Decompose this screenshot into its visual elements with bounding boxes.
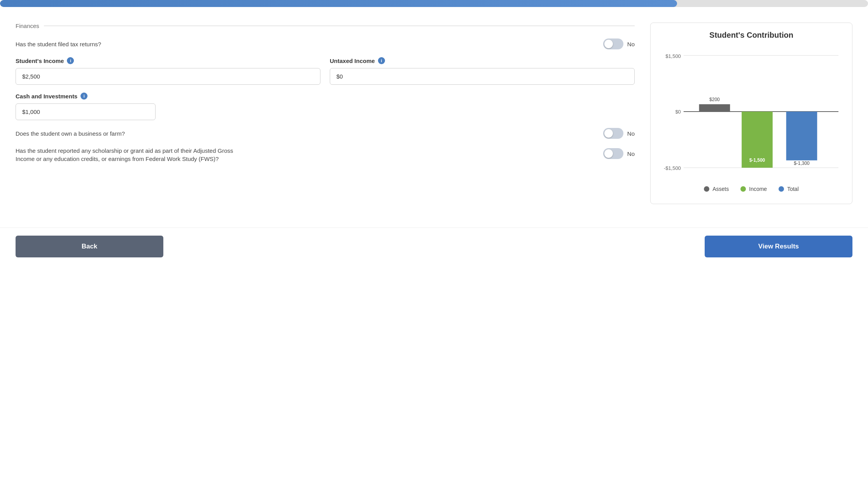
right-panel: Student's Contribution $1,500 $0 -$1,500 (650, 23, 852, 204)
section-title: Finances (16, 23, 39, 29)
legend-income-label: Income (749, 186, 767, 192)
chart-svg: $1,500 $0 -$1,500 $200 $ (662, 47, 840, 180)
svg-text:$0: $0 (675, 109, 681, 115)
students-income-label: Student's Income i (16, 57, 320, 64)
tax-returns-toggle-group: No (603, 38, 635, 49)
svg-text:$-1,300: $-1,300 (794, 161, 810, 166)
legend-assets-label: Assets (712, 186, 729, 192)
back-button[interactable]: Back (16, 236, 163, 257)
tax-returns-toggle-label: No (627, 41, 635, 47)
untaxed-income-label: Untaxed Income i (330, 57, 635, 64)
students-income-group: Student's Income i (16, 57, 320, 85)
tax-returns-toggle-knob (604, 40, 613, 48)
business-farm-toggle-knob (604, 129, 613, 138)
left-panel: Finances Has the student filed tax retur… (16, 23, 635, 171)
scholarship-toggle-label: No (627, 150, 635, 157)
business-farm-row: Does the student own a business or farm?… (16, 128, 635, 139)
untaxed-income-group: Untaxed Income i (330, 57, 635, 85)
view-results-button[interactable]: View Results (705, 236, 852, 257)
scholarship-toggle[interactable] (603, 148, 623, 159)
income-fields-row: Student's Income i Untaxed Income i (16, 57, 635, 85)
svg-text:$200: $200 (709, 97, 720, 102)
cash-investments-input[interactable] (16, 103, 156, 120)
cash-investments-info-icon[interactable]: i (80, 93, 88, 100)
legend-income-dot (740, 186, 746, 192)
svg-text:$1,500: $1,500 (665, 53, 681, 59)
section-header: Finances (16, 23, 635, 29)
scholarship-toggle-group: No (603, 148, 635, 159)
legend-total-label: Total (787, 186, 799, 192)
legend-income: Income (740, 186, 767, 192)
business-farm-toggle[interactable] (603, 128, 623, 139)
chart-area: $1,500 $0 -$1,500 $200 $ (662, 47, 840, 180)
chart-container: Student's Contribution $1,500 $0 -$1,500 (650, 23, 852, 204)
progress-bar-fill (0, 0, 677, 7)
legend-assets-dot (704, 186, 709, 192)
chart-legend: Assets Income Total (662, 186, 840, 192)
scholarship-toggle-knob (604, 149, 613, 158)
tax-returns-question: Has the student filed tax returns? (16, 40, 101, 48)
legend-assets: Assets (704, 186, 729, 192)
tax-returns-toggle[interactable] (603, 38, 623, 49)
business-farm-toggle-group: No (603, 128, 635, 139)
students-income-input[interactable] (16, 68, 320, 85)
total-bar (786, 112, 817, 160)
business-farm-toggle-label: No (627, 130, 635, 137)
legend-total: Total (779, 186, 799, 192)
chart-title: Student's Contribution (662, 31, 840, 40)
students-income-info-icon[interactable]: i (67, 57, 74, 64)
scholarship-question: Has the student reported any scholarship… (16, 147, 233, 163)
assets-bar (699, 104, 730, 112)
cash-investments-section: Cash and Investments i (16, 93, 635, 120)
section-divider (44, 26, 635, 26)
business-farm-question: Does the student own a business or farm? (16, 129, 125, 138)
cash-investments-label: Cash and Investments i (16, 93, 635, 100)
untaxed-income-info-icon[interactable]: i (378, 57, 385, 64)
legend-total-dot (779, 186, 784, 192)
tax-returns-row: Has the student filed tax returns? No (16, 38, 635, 49)
untaxed-income-input[interactable] (330, 68, 635, 85)
svg-text:-$1,500: -$1,500 (664, 165, 681, 171)
progress-bar (0, 0, 868, 7)
scholarship-row: Has the student reported any scholarship… (16, 147, 635, 163)
footer: Back View Results (0, 227, 868, 265)
svg-text:$-1,500: $-1,500 (749, 157, 765, 163)
